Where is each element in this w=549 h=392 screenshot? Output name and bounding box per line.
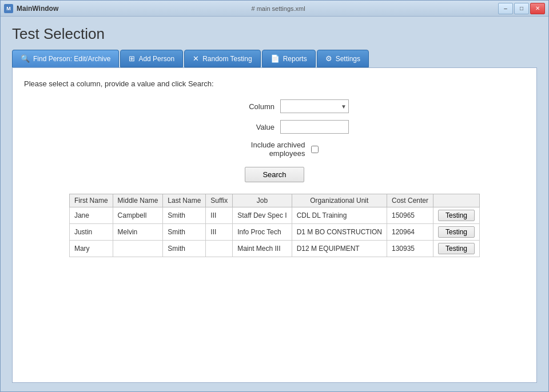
tab-find-person-label: Find Person: Edit/Archive bbox=[33, 55, 110, 63]
tab-random-testing-label: Random Testing bbox=[202, 55, 252, 63]
value-input[interactable] bbox=[280, 120, 349, 134]
column-dropdown-wrapper: First Name Last Name Job ▼ bbox=[280, 99, 349, 113]
minimize-button[interactable]: – bbox=[498, 3, 513, 14]
random-testing-icon: ✕ bbox=[193, 54, 199, 63]
archived-row: Include archived employees bbox=[24, 141, 525, 158]
title-bar: M MainWindow # main settings.xml – □ ✕ bbox=[1, 1, 548, 17]
table-row: JaneCampbellSmithIIIStaff Dev Spec ICDL … bbox=[69, 207, 479, 224]
table-row: MarySmithMaint Mech IIID12 M EQUIPMENT13… bbox=[69, 241, 479, 257]
results-table: First Name Middle Name Last Name Suffix … bbox=[69, 194, 480, 257]
tab-add-person[interactable]: ⊞ Add Person bbox=[120, 50, 183, 67]
header-row: First Name Middle Name Last Name Suffix … bbox=[69, 194, 479, 207]
archived-checkbox[interactable] bbox=[311, 146, 319, 153]
tab-find-person[interactable]: 🔍 Find Person: Edit/Archive bbox=[12, 50, 119, 67]
window-title: MainWindow bbox=[17, 5, 58, 13]
col-header-org-unit: Organizational Unit bbox=[292, 194, 387, 207]
address-bar: # main settings.xml bbox=[58, 5, 498, 12]
tab-settings-label: Settings bbox=[336, 55, 360, 63]
col-header-middle-name: Middle Name bbox=[113, 194, 163, 207]
tab-reports[interactable]: 📄 Reports bbox=[262, 50, 316, 67]
content-panel: Please select a column, provide a value … bbox=[12, 67, 537, 383]
table-body: JaneCampbellSmithIIIStaff Dev Spec ICDL … bbox=[69, 207, 479, 257]
main-content: Test Selection 🔍 Find Person: Edit/Archi… bbox=[1, 17, 548, 391]
column-control-wrapper: First Name Last Name Job ▼ bbox=[280, 99, 349, 113]
column-label: Column bbox=[200, 102, 274, 111]
value-label: Value bbox=[200, 123, 274, 131]
instruction-text: Please select a column, provide a value … bbox=[24, 79, 525, 88]
tab-settings[interactable]: ⚙ Settings bbox=[317, 50, 369, 67]
archived-label: Include archived employees bbox=[231, 141, 305, 158]
maximize-button[interactable]: □ bbox=[514, 3, 529, 14]
settings-icon: ⚙ bbox=[325, 54, 332, 63]
tab-reports-label: Reports bbox=[283, 55, 307, 63]
column-row: Column First Name Last Name Job ▼ bbox=[24, 99, 525, 113]
col-header-suffix: Suffix bbox=[206, 194, 233, 207]
window-controls: – □ ✕ bbox=[498, 3, 545, 14]
tab-bar: 🔍 Find Person: Edit/Archive ⊞ Add Person… bbox=[12, 50, 537, 67]
value-row: Value bbox=[24, 120, 525, 134]
column-dropdown[interactable]: First Name Last Name Job bbox=[280, 99, 349, 113]
col-header-last-name: Last Name bbox=[163, 194, 206, 207]
value-control-wrapper bbox=[280, 120, 349, 134]
add-person-icon: ⊞ bbox=[129, 54, 135, 63]
main-window: M MainWindow # main settings.xml – □ ✕ T… bbox=[0, 0, 549, 392]
table-header: First Name Middle Name Last Name Suffix … bbox=[69, 194, 479, 207]
col-header-action bbox=[433, 194, 480, 207]
col-header-cost-center: Cost Center bbox=[387, 194, 433, 207]
tab-random-testing[interactable]: ✕ Random Testing bbox=[184, 50, 261, 67]
table-row: JustinMelvinSmithIIIInfo Proc TechD1 M B… bbox=[69, 224, 479, 241]
testing-button[interactable]: Testing bbox=[438, 243, 475, 254]
close-button[interactable]: ✕ bbox=[530, 3, 545, 14]
testing-button[interactable]: Testing bbox=[438, 210, 475, 221]
search-btn-row: Search bbox=[24, 167, 525, 182]
find-person-icon: 🔍 bbox=[21, 54, 30, 63]
col-header-first-name: First Name bbox=[69, 194, 113, 207]
reports-icon: 📄 bbox=[270, 54, 280, 63]
search-button[interactable]: Search bbox=[245, 167, 304, 182]
title-bar-left: M MainWindow bbox=[4, 4, 58, 13]
tab-add-person-label: Add Person bbox=[138, 55, 174, 63]
page-title: Test Selection bbox=[12, 25, 537, 43]
col-header-job: Job bbox=[233, 194, 292, 207]
testing-button[interactable]: Testing bbox=[438, 226, 475, 238]
window-icon: M bbox=[4, 4, 13, 13]
